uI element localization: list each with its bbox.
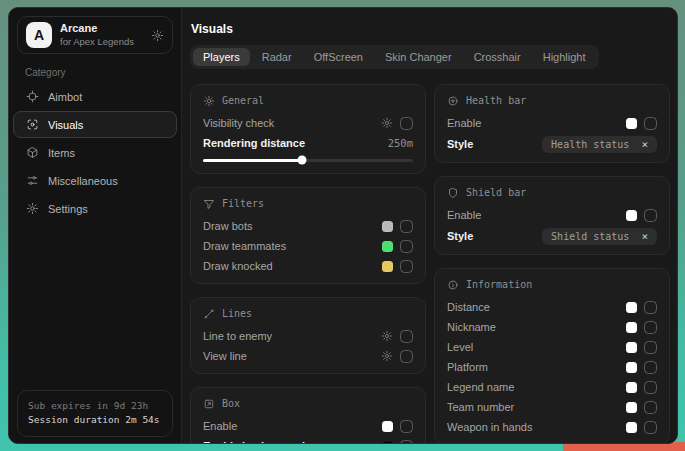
section-header: Information [447, 277, 657, 292]
checkbox-enable[interactable] [644, 209, 657, 222]
checkbox-team-number[interactable] [644, 401, 657, 414]
checkbox-enable[interactable] [644, 117, 657, 130]
tab-radar[interactable]: Radar [252, 48, 302, 66]
setting-label: Draw bots [203, 220, 382, 232]
section-title: General [222, 95, 264, 106]
checkbox-legend-name[interactable] [644, 381, 657, 394]
setting-label: Platform [447, 361, 626, 373]
color-swatch[interactable] [626, 382, 637, 393]
setting-row-enable: Enable [447, 205, 657, 225]
tab-offscreen[interactable]: OffScreen [304, 48, 373, 66]
checkbox-enable[interactable] [400, 420, 413, 433]
line-icon [203, 308, 215, 320]
sidebar-item-visuals[interactable]: Visuals [13, 111, 177, 138]
app-header: A Arcane for Apex Legends [17, 16, 173, 54]
color-swatch[interactable] [626, 322, 637, 333]
main-panel: Visuals PlayersRadarOffScreenSkin Change… [181, 8, 678, 443]
setting-row-draw-knocked: Draw knocked [203, 256, 413, 276]
section-lines: LinesLine to enemyView line [190, 297, 426, 374]
row-controls [382, 240, 413, 253]
color-swatch[interactable] [382, 241, 393, 252]
checkbox-draw-knocked[interactable] [400, 260, 413, 273]
tab-skin-changer[interactable]: Skin Changer [375, 48, 462, 66]
style-tag-shield-status[interactable]: Shield status× [542, 228, 657, 245]
color-swatch[interactable] [382, 261, 393, 272]
slider-handle[interactable] [297, 156, 306, 165]
color-swatch[interactable] [626, 118, 637, 129]
checkbox-line-to-enemy[interactable] [400, 330, 413, 343]
setting-row-nickname: Nickname [447, 317, 657, 337]
app-window: A Arcane for Apex Legends Category Aimbo… [8, 7, 678, 444]
tab-highlight[interactable]: Highlight [533, 48, 596, 66]
color-swatch[interactable] [626, 402, 637, 413]
sidebar-item-label: Miscellaneous [48, 175, 118, 187]
setting-row-legend-name: Legend name [447, 377, 657, 397]
sidebar-item-label: Aimbot [48, 91, 82, 103]
setting-row-view-line: View line [203, 346, 413, 366]
checkbox-platform[interactable] [644, 361, 657, 374]
sidebar-item-label: Settings [48, 203, 88, 215]
row-controls: Shield status× [542, 228, 657, 245]
style-tag-health-status[interactable]: Health status× [542, 136, 657, 153]
section-box: BoxEnableEnable background [190, 387, 426, 444]
funnel-icon [203, 198, 215, 210]
setting-row-enable-background: Enable background [203, 436, 413, 444]
color-swatch[interactable] [626, 302, 637, 313]
setting-row-weapon-in-hands: Weapon in hands [447, 417, 657, 437]
remove-icon[interactable]: × [641, 139, 648, 150]
sidebar-item-aimbot[interactable]: Aimbot [13, 83, 177, 110]
setting-row-style: StyleHealth status× [447, 133, 657, 155]
setting-label: Style [447, 138, 542, 150]
setting-label: Visibility check [203, 117, 381, 129]
setting-row-draw-bots: Draw bots [203, 216, 413, 236]
tab-crosshair[interactable]: Crosshair [464, 48, 531, 66]
checkbox-distance[interactable] [644, 301, 657, 314]
sidebar-nav: AimbotVisualsItemsMiscellaneousSettings [9, 83, 181, 222]
color-swatch[interactable] [626, 422, 637, 433]
tab-players[interactable]: Players [193, 48, 250, 66]
setting-row-enable: Enable [203, 416, 413, 436]
info-icon [447, 279, 459, 291]
setting-row-enable: Enable [447, 113, 657, 133]
checkbox-view-line[interactable] [400, 350, 413, 363]
gear-icon [26, 202, 39, 215]
shield-icon [447, 187, 459, 199]
checkbox-draw-bots[interactable] [400, 220, 413, 233]
checkbox-enable-background[interactable] [400, 440, 413, 445]
checkbox-nickname[interactable] [644, 321, 657, 334]
sub-expiry-text: Sub expires in 9d 23h [28, 399, 162, 414]
color-swatch[interactable] [626, 342, 637, 353]
setting-label: Enable [447, 209, 626, 221]
row-controls [626, 301, 657, 314]
gear-small-icon[interactable] [381, 330, 393, 342]
setting-row-visibility-check: Visibility check [203, 113, 413, 133]
setting-row-style: StyleShield status× [447, 225, 657, 247]
gear-small-icon[interactable] [381, 117, 393, 129]
checkbox-visibility-check[interactable] [400, 117, 413, 130]
row-controls [626, 341, 657, 354]
color-swatch[interactable] [382, 221, 393, 232]
sidebar-item-label: Visuals [48, 119, 83, 131]
row-controls [626, 117, 657, 130]
checkbox-draw-teammates[interactable] [400, 240, 413, 253]
checkbox-level[interactable] [644, 341, 657, 354]
setting-label: Legend name [447, 381, 626, 393]
slider-fill [203, 159, 302, 163]
settings-gear-icon[interactable] [151, 29, 164, 42]
row-controls [381, 117, 413, 130]
crosshair-icon [26, 90, 39, 103]
cube-icon [26, 146, 39, 159]
color-swatch[interactable] [382, 421, 393, 432]
sidebar-item-items[interactable]: Items [13, 139, 177, 166]
color-swatch[interactable] [626, 210, 637, 221]
sidebar-item-settings[interactable]: Settings [13, 195, 177, 222]
setting-row-team-number: Team number [447, 397, 657, 417]
gear-small-icon[interactable] [381, 350, 393, 362]
sidebar-item-miscellaneous[interactable]: Miscellaneous [13, 167, 177, 194]
color-swatch[interactable] [382, 441, 393, 445]
color-swatch[interactable] [626, 362, 637, 373]
checkbox-weapon-in-hands[interactable] [644, 421, 657, 434]
box-icon [203, 398, 215, 410]
slider-rendering-distance[interactable] [203, 154, 413, 166]
remove-icon[interactable]: × [641, 231, 648, 242]
